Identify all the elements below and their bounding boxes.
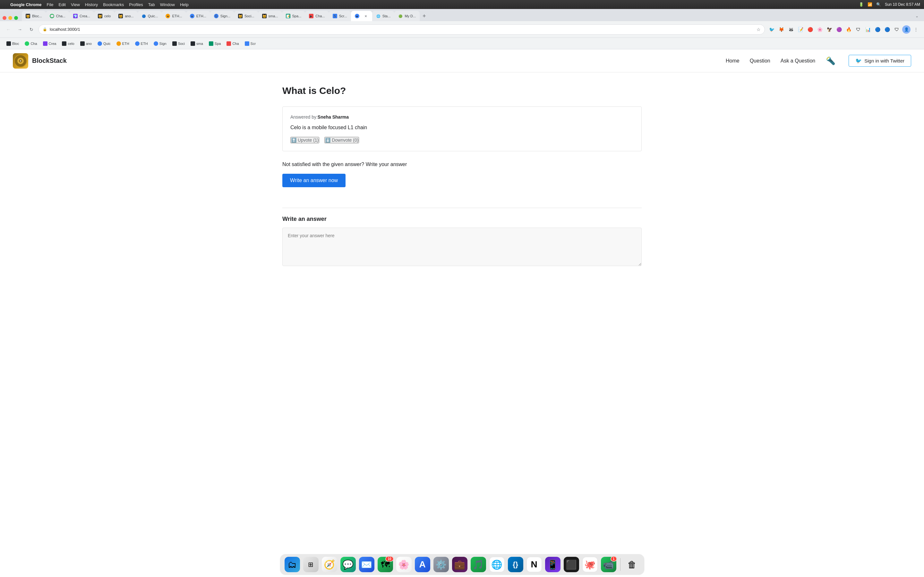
menubar-history[interactable]: History [85,2,98,7]
reload-button[interactable]: ↻ [27,25,36,34]
ext12-icon[interactable]: 🔵 [873,25,882,34]
url-bar[interactable]: 🔒 localhost:3000/1 ☆ [39,24,765,35]
tab-celo[interactable]: 🐱 celo [94,11,115,21]
write-answer-section: Write an answer [282,216,642,268]
bookmark-star-icon[interactable]: ☆ [756,27,761,32]
menubar: Google Chrome File Edit View History Boo… [0,0,924,9]
twitter-ext-icon[interactable]: 🐦 [767,25,776,34]
menubar-window[interactable]: Window [160,2,175,7]
answer-textarea[interactable] [282,227,642,266]
nav-question[interactable]: Question [750,58,771,64]
menubar-view[interactable]: View [71,2,80,7]
menubar-file[interactable]: File [47,2,53,7]
twitter-btn-label: Sign in with Twitter [864,58,905,63]
answer-card: Answered by:Sneha Sharma Celo is a mobil… [282,106,642,151]
ext3-icon[interactable]: 🦝 [787,25,795,34]
chrome-profile-icon[interactable]: 👤 [902,25,911,34]
metamask-ext-icon[interactable]: 🦊 [777,25,785,34]
svg-point-3 [20,60,21,61]
upvote-button[interactable]: ⬆️ Upvote (1) [290,137,319,143]
answered-by: Answered by:Sneha Sharma [290,114,634,119]
ext14-icon[interactable]: 🛡 [893,25,901,34]
bookmark-scr[interactable]: Scr [242,39,258,48]
bookmarks-bar: Bloc Cha Crea celo ano Quic ETH ETH [0,38,924,49]
menubar-tab[interactable]: Tab [148,2,155,7]
ssl-lock-icon: 🔒 [43,27,47,31]
ext6-icon[interactable]: 🌸 [816,25,824,34]
new-tab-button[interactable]: + [420,11,429,21]
tab-sign[interactable]: G Sign... [210,11,234,21]
tab-active[interactable]: ● ✕ [351,11,372,21]
window-close-btn[interactable] [3,16,6,20]
write-answer-title: Write an answer [282,216,642,222]
forward-button[interactable]: → [15,25,24,34]
menubar-search-icon[interactable]: 🔍 [876,2,881,7]
tab-eth1[interactable]: ● ETH... [162,11,186,21]
ext10-icon[interactable]: 🛡 [854,25,863,34]
tab-myd[interactable]: 🟢 My D... [394,11,420,21]
bookmark-cha2[interactable]: Cha [224,39,241,48]
ext8-icon[interactable]: 🟣 [835,25,843,34]
question-title: What is Celo? [282,85,642,96]
chrome-window: 🐱 Bloc... 💬 Cha... 💎 Crea... 🐱 celo 🐱 an… [0,9,924,280]
main-content: What is Celo? Answered by:Sneha Sharma C… [270,73,654,280]
answered-by-label: Answered by: [290,114,318,119]
ext11-icon[interactable]: 📊 [864,25,872,34]
ext9-icon[interactable]: 🔥 [845,25,853,34]
back-button[interactable]: ← [4,25,13,34]
tab-bloc[interactable]: 🐱 Bloc... [22,11,46,21]
bookmark-celo[interactable]: celo [59,39,77,48]
chrome-menu-icon[interactable]: ⋮ [912,25,920,34]
ext4-icon[interactable]: 📝 [796,25,804,34]
vote-area: ⬆️ Upvote (1) ⬇️ Downvote (0) [290,137,634,143]
bookmark-spa[interactable]: Spa [206,39,224,48]
write-answer-now-button[interactable]: Write an answer now [282,174,346,187]
nav-ask-question[interactable]: Ask a Question [780,58,816,64]
tab-cha2[interactable]: ▶ Cha... [305,11,328,21]
tab-eth2[interactable]: ● ETH... [186,11,210,21]
menubar-profiles[interactable]: Profiles [129,2,143,7]
app-logo [13,53,28,69]
bookmark-bloc[interactable]: Bloc [4,39,21,48]
bookmark-eth1[interactable]: ETH [114,39,132,48]
tab-sma[interactable]: 🐱 sma... [258,11,282,21]
downvote-button[interactable]: ⬇️ Downvote (0) [325,137,359,143]
bookmark-cha[interactable]: Cha [22,39,39,48]
menubar-app-name[interactable]: Google Chrome [10,2,42,7]
tab-scr[interactable]: S Scr... [329,11,351,21]
tabs-expand-btn[interactable]: ⌄ [913,11,921,21]
menubar-clock: Sun 10 Dec 8:57 AM [885,2,920,7]
tab-sta[interactable]: 🌐 Sta... [372,11,395,21]
bookmark-eth2[interactable]: ETH [132,39,150,48]
menubar-help[interactable]: Help [180,2,189,7]
ext7-icon[interactable]: 🦅 [825,25,834,34]
tab-quic[interactable]: 🔵 Quic... [137,11,162,21]
ext5-icon[interactable]: 🔴 [806,25,814,34]
window-minimize-btn[interactable] [8,16,12,20]
bookmark-sma[interactable]: sma [188,39,206,48]
menubar-edit[interactable]: Edit [58,2,65,7]
tab-soci[interactable]: 🐱 Soci... [234,11,258,21]
bookmark-crea[interactable]: Crea [40,39,59,48]
sign-in-twitter-button[interactable]: 🐦 Sign in with Twitter [849,55,911,67]
bookmark-soci[interactable]: Soci [170,39,187,48]
bookmark-sign[interactable]: Sign [151,39,169,48]
url-text: localhost:3000/1 [50,27,754,32]
menubar-bookmarks[interactable]: Bookmarks [103,2,124,7]
window-maximize-btn[interactable] [14,16,18,20]
bookmark-quic[interactable]: Quic [95,39,113,48]
app-name: BlockStack [32,57,67,64]
page-content: BlockStack Home Question Ask a Question … [0,49,924,280]
app-nav: Home Question Ask a Question 🔦 🐦 Sign in… [726,55,911,67]
tab-anon[interactable]: 🐱 ano... [115,11,137,21]
app-logo-svg [14,55,27,67]
tab-chat1[interactable]: 💬 Cha... [46,11,69,21]
twitter-bird-icon: 🐦 [855,58,862,64]
nav-home[interactable]: Home [726,58,740,64]
ext13-icon[interactable]: 🔵 [883,25,891,34]
tab-spa[interactable]: 📝 Spa... [282,11,305,21]
bookmark-anon[interactable]: ano [78,39,94,48]
tab-create[interactable]: 💎 Crea... [69,11,94,21]
answer-text: Celo is a mobile focused L1 chain [290,125,634,131]
answer-author: Sneha Sharma [318,114,349,119]
